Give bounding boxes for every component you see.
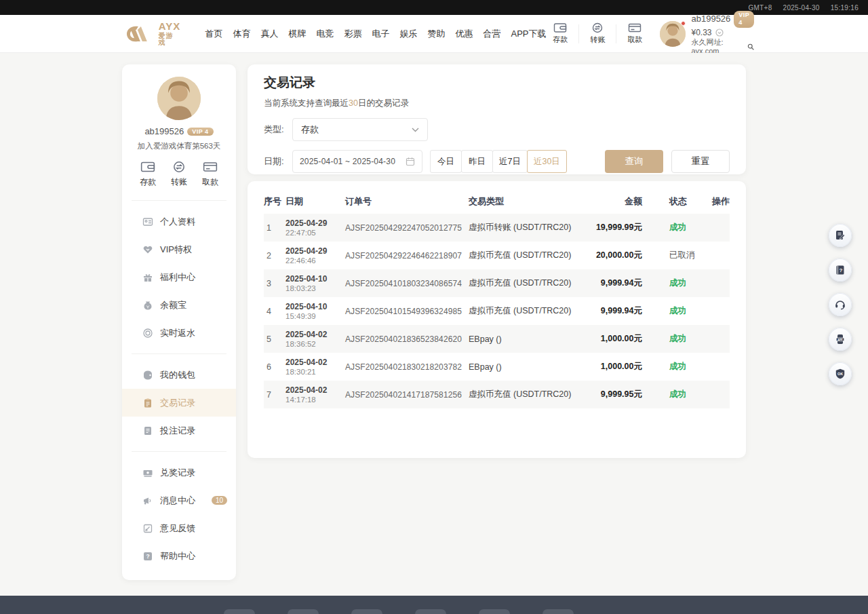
rebate-target-icon: [142, 328, 153, 339]
nav-partnership[interactable]: 合营: [483, 28, 500, 40]
sidebar-item-betting-records[interactable]: 投注记录: [122, 417, 236, 444]
transfer-icon: [172, 161, 186, 173]
order-number: AJSF202504101803234086574: [345, 279, 469, 288]
query-button[interactable]: 查询: [605, 150, 663, 173]
vip-heart-icon: [142, 244, 153, 255]
header-quick-actions: 存款 转账 取款: [546, 22, 649, 45]
page-footer: [0, 596, 868, 614]
divider: [132, 200, 226, 201]
deposit-button[interactable]: 存款: [136, 161, 160, 188]
username: ab199526: [144, 126, 184, 136]
transfer-button[interactable]: 转账: [167, 161, 191, 188]
col-header-order: 订单号: [345, 195, 469, 208]
brand-logo[interactable]: AYX 爱游戏: [125, 21, 180, 46]
nav-home[interactable]: 首页: [205, 28, 222, 40]
nav-sponsor[interactable]: 赞助: [427, 28, 445, 40]
unread-count-badge: 10: [212, 496, 227, 505]
sidebar-item-welfare[interactable]: 福利中心: [122, 263, 236, 291]
header-user-block[interactable]: ab199526 VIP 4 ¥0.33 永久网址: ayx.com: [660, 11, 754, 56]
page-subtitle: 当前系统支持查询最近30日的交易记录: [264, 98, 730, 109]
calendar-icon: [406, 157, 415, 166]
type-select[interactable]: 存款: [292, 118, 428, 141]
nav-slots[interactable]: 电子: [372, 28, 389, 40]
wallet-icon: [140, 161, 155, 173]
nav-sports[interactable]: 体育: [233, 28, 250, 40]
sidebar-item-yuebao[interactable]: 余额宝: [122, 291, 236, 319]
sidebar-item-wallet[interactable]: 我的钱包: [122, 361, 236, 389]
footer-partner-logos: [224, 609, 574, 614]
order-number: AJSF202504021830218203782: [345, 362, 469, 372]
table-row: 6 2025-04-0218:30:21 AJSF202504021830218…: [264, 353, 730, 381]
table-row: 1 2025-04-2922:47:05 AJSF202504292247052…: [264, 214, 730, 242]
notification-dot: [681, 21, 686, 26]
divider: [616, 24, 616, 43]
nav-promotions[interactable]: 优惠: [455, 28, 473, 40]
nav-lottery[interactable]: 彩票: [344, 28, 361, 40]
reset-button[interactable]: 重置: [671, 150, 730, 173]
range-today-button[interactable]: 今日: [430, 150, 462, 173]
sidebar-item-rebate[interactable]: 实时返水: [122, 319, 236, 347]
sidebar-menu-group-1: 个人资料 VIP特权 福利中心 余额宝 实时返水: [122, 205, 236, 349]
faq-book-icon: ?: [834, 264, 846, 276]
range-7days-button[interactable]: 近7日: [492, 150, 528, 173]
purse-icon: [142, 370, 153, 381]
floating-toolbar: ? APP OK: [829, 224, 852, 385]
sidebar-item-feedback[interactable]: 意见反馈: [122, 514, 236, 542]
withdraw-button[interactable]: 取款: [198, 161, 222, 188]
range-yesterday-button[interactable]: 昨日: [461, 150, 493, 173]
subtitle-day-count: 30: [349, 98, 358, 108]
sidebar-quick-actions: 存款 转账 取款: [122, 151, 236, 196]
transaction-filter-panel: 交易记录 当前系统支持查询最近30日的交易记录 类型: 存款 日期: 2025-…: [248, 64, 746, 174]
nav-app-download[interactable]: APP下载: [511, 28, 546, 40]
magnifier-icon[interactable]: [747, 43, 754, 51]
banknote-icon: [142, 467, 153, 478]
current-time: 15:19:16: [831, 4, 859, 12]
feedback-float-button[interactable]: [829, 224, 852, 247]
faq-float-button[interactable]: ?: [829, 258, 852, 282]
status-badge: 成功: [660, 305, 707, 317]
bet-record-icon: [142, 425, 153, 436]
svg-text:OK: OK: [837, 372, 843, 376]
app-download-phone-icon: APP: [834, 333, 846, 345]
membership-days: 加入爱游戏体育第563天: [122, 141, 236, 151]
table-row: 3 2025-04-1018:03:23 AJSF202504101803234…: [264, 269, 730, 297]
main-header: AYX 爱游戏 首页 体育 真人 棋牌 电竞 彩票 电子 娱乐 赞助 优惠 合营…: [0, 15, 868, 53]
sidebar-item-vip[interactable]: VIP特权: [122, 235, 236, 263]
sidebar-item-profile[interactable]: 个人资料: [122, 208, 236, 235]
transaction-table-panel: 序号 日期 订单号 交易类型 金额 状态 操作 1 2025-04-2922:4…: [248, 181, 746, 458]
divider: [578, 24, 579, 43]
table-row: 2 2025-04-2922:46:46 AJSF202504292246462…: [264, 242, 730, 269]
avatar[interactable]: [157, 77, 201, 120]
status-badge: 成功: [660, 277, 707, 289]
sidebar-item-prize-records[interactable]: 兑奖记录: [122, 459, 236, 486]
ok-verify-float-button[interactable]: OK: [829, 362, 852, 385]
range-30days-button[interactable]: 近30日: [527, 150, 567, 173]
deposit-button[interactable]: 存款: [546, 22, 574, 45]
sidebar-item-messages[interactable]: 消息中心 10: [122, 486, 236, 514]
ayx-logo-icon: [125, 24, 155, 44]
bank-card-icon: [203, 161, 218, 173]
page-title: 交易记录: [264, 74, 730, 92]
nav-esports[interactable]: 电竞: [316, 28, 334, 40]
customer-service-float-button[interactable]: [829, 293, 852, 316]
status-badge: 成功: [660, 389, 707, 400]
withdraw-button[interactable]: 取款: [620, 22, 649, 45]
table-row: 4 2025-04-1015:49:39 AJSF202504101549396…: [264, 297, 730, 325]
divider: [132, 451, 226, 452]
transaction-list-icon: [142, 398, 153, 408]
table-row: 7 2025-04-0214:17:18 AJSF202504021417187…: [264, 381, 730, 408]
refresh-balance-icon[interactable]: [715, 28, 724, 37]
help-square-icon: ?: [142, 551, 153, 562]
nav-live[interactable]: 真人: [260, 28, 278, 40]
status-badge: 已取消: [660, 250, 707, 261]
nav-entertainment[interactable]: 娱乐: [399, 28, 417, 40]
nav-boardgames[interactable]: 棋牌: [288, 28, 306, 40]
page-body: ab199526 VIP 4 加入爱游戏体育第563天 存款 转账: [0, 53, 868, 596]
table-row: 5 2025-04-0218:36:52 AJSF202504021836523…: [264, 325, 730, 353]
app-download-float-button[interactable]: APP: [829, 328, 852, 351]
sidebar-item-help[interactable]: ? 帮助中心: [122, 542, 236, 570]
sidebar-item-transactions[interactable]: 交易记录: [122, 389, 236, 417]
date-range-input[interactable]: 2025-04-01 ~ 2025-04-30: [292, 150, 422, 173]
col-header-status: 状态: [660, 195, 707, 208]
transfer-button[interactable]: 转账: [583, 22, 612, 45]
